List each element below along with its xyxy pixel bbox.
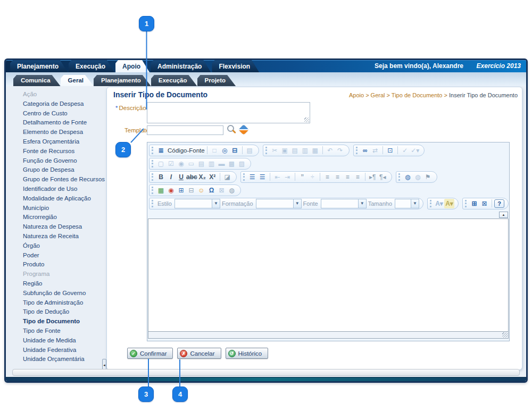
cancel-button[interactable]: ✗ Cancelar: [177, 348, 221, 359]
sidebar-item[interactable]: Elemento de Despesa: [9, 128, 106, 137]
toolbar-group-handle[interactable]: [152, 173, 153, 181]
new-page-icon[interactable]: □: [210, 146, 220, 155]
sidebar-item[interactable]: Unidade Federativa: [9, 346, 106, 355]
horizontal-rule-icon[interactable]: ⊟: [186, 186, 196, 195]
sub-nav-tab[interactable]: Execução: [151, 75, 197, 86]
sidebar-item[interactable]: Unidade Orçamentária: [9, 355, 106, 364]
descricao-textarea[interactable]: [147, 102, 310, 123]
remove-link-icon[interactable]: ◍: [413, 172, 423, 182]
align-right-icon[interactable]: ≡: [343, 172, 353, 182]
insert-link-icon[interactable]: ◍: [403, 172, 413, 182]
numbered-list-icon[interactable]: ☰: [247, 172, 257, 182]
top-nav-tab[interactable]: Execução: [69, 60, 114, 72]
strikethrough-icon[interactable]: abc: [186, 172, 197, 182]
size-select[interactable]: ▼: [395, 199, 419, 208]
search-icon[interactable]: [227, 125, 234, 132]
sidebar-item[interactable]: Unidade de Medida: [9, 336, 106, 346]
increase-indent-icon[interactable]: ⇥: [282, 172, 293, 182]
align-left-icon[interactable]: ≡: [322, 172, 332, 182]
sidebar-item[interactable]: Grupo de Despesa: [9, 165, 106, 175]
text-direction-rtl-icon[interactable]: ¶◂: [378, 172, 388, 182]
sidebar-item[interactable]: Região: [9, 279, 106, 289]
sidebar-item[interactable]: Tipo de Administração: [9, 298, 106, 308]
paste-icon[interactable]: ▤: [290, 146, 300, 155]
textarea-icon[interactable]: ▤: [196, 159, 206, 169]
sidebar-item[interactable]: Poder: [9, 251, 106, 261]
editor-content[interactable]: [148, 219, 509, 332]
text-color-icon[interactable]: A▾: [434, 199, 444, 208]
sidebar-item[interactable]: Tipo de Documento: [9, 317, 106, 326]
maximize-icon[interactable]: ⊞: [469, 199, 479, 208]
align-center-icon[interactable]: ≡: [332, 172, 343, 182]
sidebar-item[interactable]: Detalhamento de Fonte: [9, 118, 106, 128]
undo-icon[interactable]: ↶: [325, 146, 335, 155]
special-character-icon[interactable]: Ω: [206, 186, 217, 195]
replace-icon[interactable]: ⇄: [370, 146, 380, 155]
sidebar-item[interactable]: Natureza de Despesa: [9, 222, 106, 232]
sidebar-item[interactable]: Produto: [9, 260, 106, 270]
toolbar-group-handle[interactable]: [152, 187, 153, 194]
spell-check-menu-icon[interactable]: ✓▾: [410, 146, 420, 155]
background-color-icon[interactable]: A▾: [444, 199, 454, 208]
clear-eraser-icon[interactable]: [238, 124, 249, 135]
toolbar-collapse-button[interactable]: ▲: [499, 212, 508, 218]
radio-button-icon[interactable]: ◉: [176, 159, 186, 169]
hidden-field-icon[interactable]: ▢: [156, 159, 166, 169]
image-button-icon[interactable]: ▩: [227, 159, 237, 169]
font-select[interactable]: ▼: [321, 199, 367, 208]
toolbar-group-handle[interactable]: [430, 200, 431, 207]
show-blocks-icon[interactable]: ⊠: [479, 199, 489, 208]
sidebar-item[interactable]: Órgão: [9, 241, 106, 251]
bold-icon[interactable]: B: [156, 172, 166, 182]
format-select[interactable]: ▼: [256, 199, 302, 208]
sidebar-item[interactable]: Natureza de Receita: [9, 232, 106, 241]
sub-nav-tab[interactable]: Geral: [61, 75, 94, 86]
sub-nav-tab[interactable]: Comunica: [13, 75, 61, 86]
copy-icon[interactable]: ▣: [280, 146, 290, 155]
sidebar-item[interactable]: Ação: [9, 90, 106, 99]
preview-icon[interactable]: ◎: [220, 146, 230, 155]
sidebar-item[interactable]: Identificador de Uso: [9, 184, 106, 194]
page-break-icon[interactable]: ⊠: [217, 186, 227, 195]
sidebar-item[interactable]: Subfunção de Governo: [9, 289, 106, 298]
top-nav-tab[interactable]: Flexvision: [212, 60, 259, 72]
sidebar-item[interactable]: Município: [9, 204, 106, 213]
paste-text-icon[interactable]: ▥: [300, 146, 310, 155]
cut-icon[interactable]: ✂: [270, 146, 280, 155]
select-field-icon[interactable]: ▥: [206, 159, 217, 169]
subscript-icon[interactable]: X₂: [197, 172, 207, 182]
insert-image-icon[interactable]: ▦: [156, 186, 166, 195]
universal-keyboard-icon[interactable]: ◍: [227, 186, 237, 195]
smiley-icon[interactable]: ☺: [196, 186, 206, 195]
toolbar-group-handle[interactable]: [152, 200, 153, 207]
sub-nav-tab[interactable]: Projeto: [197, 75, 236, 86]
toolbar-group-handle[interactable]: [356, 147, 358, 154]
blockquote-icon[interactable]: ”: [297, 172, 307, 182]
div-container-icon[interactable]: ÷: [307, 172, 318, 182]
select-all-icon[interactable]: ⊡: [385, 146, 395, 155]
bullet-list-icon[interactable]: ☰: [257, 172, 268, 182]
sidebar-item[interactable]: Categoria de Despesa: [9, 99, 106, 109]
breadcrumb-path[interactable]: Apoio > Geral > Tipo de Documento >: [349, 92, 449, 98]
top-nav-tab[interactable]: Apoio: [115, 60, 149, 72]
insert-flash-icon[interactable]: ◉: [166, 186, 176, 195]
form-button-icon[interactable]: ▬: [217, 159, 227, 169]
toolbar-group-handle[interactable]: [398, 173, 400, 181]
confirm-button[interactable]: ✓ Confirmar: [127, 348, 173, 359]
sidebar-item[interactable]: Fonte de Recursos: [9, 147, 106, 156]
editor-resize-handle[interactable]: [502, 332, 508, 338]
superscript-icon[interactable]: X²: [207, 172, 218, 182]
template-input[interactable]: [147, 125, 223, 135]
decrease-indent-icon[interactable]: ⇤: [272, 172, 282, 182]
toolbar-group-handle[interactable]: [243, 173, 245, 181]
text-field-icon[interactable]: ▭: [186, 159, 196, 169]
print-icon[interactable]: ⊟: [230, 146, 240, 155]
italic-icon[interactable]: I: [166, 172, 176, 182]
templates-icon[interactable]: ▤: [245, 146, 255, 155]
history-button[interactable]: ↺ Histórico: [226, 348, 269, 359]
toolbar-group-handle[interactable]: [465, 200, 467, 207]
remove-format-icon[interactable]: ◪: [222, 172, 232, 182]
text-direction-ltr-icon[interactable]: ▸¶: [368, 172, 378, 182]
toolbar-group-handle[interactable]: [152, 160, 153, 167]
sidebar-item[interactable]: Modalidade de Aplicação: [9, 194, 106, 204]
